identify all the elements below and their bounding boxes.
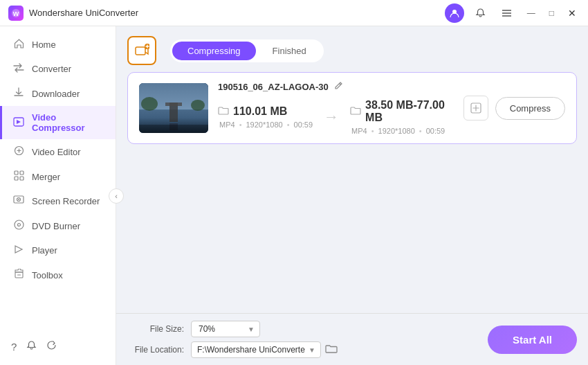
svg-rect-28	[139, 125, 208, 133]
sidebar-label-merger: Merger	[32, 172, 60, 182]
svg-text:W: W	[13, 10, 19, 17]
folder-open-icon[interactable]	[325, 344, 338, 357]
file-size-select-wrapper: 50% 60% 70% 80% 90% ▼	[191, 321, 260, 337]
dvd-burner-icon	[12, 220, 25, 232]
close-button[interactable]: ✕	[564, 6, 580, 20]
target-format: MP4	[351, 127, 367, 135]
user-icon[interactable]	[445, 3, 464, 23]
sidebar-item-player[interactable]: Player	[0, 238, 116, 262]
notification-footer-icon[interactable]	[26, 340, 37, 353]
file-location-value[interactable]: F:\Wondershare UniConverte	[191, 341, 321, 358]
start-all-button[interactable]: Start All	[488, 326, 577, 354]
target-folder-icon	[350, 106, 361, 117]
video-compressor-icon	[12, 117, 25, 129]
sidebar-item-video-editor[interactable]: Video Editor	[0, 139, 116, 164]
svg-rect-18	[136, 47, 145, 55]
svg-point-27	[191, 100, 205, 111]
file-size-select[interactable]: 50% 60% 70% 80% 90%	[191, 321, 260, 337]
sidebar-item-merger[interactable]: Merger	[0, 164, 116, 189]
bottom-bar: File Size: 50% 60% 70% 80% 90% ▼ File Lo…	[116, 313, 588, 365]
location-select-wrapper: F:\Wondershare UniConverte ▼	[191, 341, 321, 358]
file-size-row: File Size: 50% 60% 70% 80% 90% ▼	[127, 321, 338, 337]
original-size-value: 110.01 MB	[233, 105, 287, 118]
player-icon	[12, 244, 25, 256]
sidebar-item-video-compressor[interactable]: Video Compressor	[0, 106, 116, 139]
location-row: F:\Wondershare UniConverte ▼	[191, 341, 338, 358]
sidebar-label-home: Home	[32, 39, 56, 50]
file-edit-icon[interactable]	[334, 81, 343, 92]
file-sizes-row: 110.01 MB MP4 • 1920*1080 • 00:59 →	[218, 99, 454, 135]
content-area: Compressing Finished	[116, 26, 588, 365]
sidebar-label-downloader: Downloader	[32, 89, 80, 99]
menu-icon[interactable]	[497, 3, 517, 23]
sidebar-label-toolbox: Toolbox	[32, 270, 63, 281]
sidebar-label-player: Player	[32, 245, 57, 256]
svg-point-26	[141, 97, 158, 111]
sidebar-label-video-editor: Video Editor	[32, 147, 81, 157]
original-size-meta: MP4 • 1920*1080 • 00:59	[218, 121, 313, 129]
help-icon[interactable]: ?	[11, 341, 17, 353]
original-duration: 00:59	[294, 121, 313, 129]
toolbox-icon	[12, 269, 25, 281]
refresh-icon[interactable]	[46, 340, 57, 353]
titlebar: W Wondershare UniConverter — □	[0, 0, 588, 26]
minimize-button[interactable]: —	[524, 7, 539, 19]
original-folder-icon	[218, 106, 229, 117]
titlebar-left: W Wondershare UniConverter	[8, 6, 138, 21]
thumbnail-image	[139, 83, 208, 133]
sidebar: Home Converter Downloader	[0, 26, 116, 365]
file-name: 190516_06_AZ-LAGOA-30	[218, 82, 329, 92]
app-logo: W	[8, 6, 24, 21]
original-size-block: 110.01 MB MP4 • 1920*1080 • 00:59	[218, 105, 313, 129]
converter-icon	[12, 63, 25, 75]
sidebar-label-converter: Converter	[32, 64, 71, 74]
file-info: 190516_06_AZ-LAGOA-30	[218, 81, 454, 135]
compress-btn-area: Compress	[463, 96, 565, 121]
bell-icon[interactable]	[471, 3, 490, 23]
svg-rect-8	[15, 171, 18, 175]
tab-compressing[interactable]: Compressing	[172, 42, 256, 60]
target-size-meta: MP4 • 1920*1080 • 00:59	[350, 127, 454, 135]
app-title: Wondershare UniConverter	[29, 8, 138, 18]
file-location-row: File Location: F:\Wondershare UniConvert…	[127, 341, 338, 358]
sidebar-item-downloader[interactable]: Downloader	[0, 81, 116, 106]
tab-group: Compressing Finished	[170, 39, 324, 62]
svg-rect-11	[20, 177, 24, 180]
svg-rect-9	[20, 171, 24, 175]
sidebar-label-screen-recorder: Screen Recorder	[32, 196, 100, 206]
tab-finished[interactable]: Finished	[257, 42, 322, 60]
screen-recorder-icon	[12, 195, 25, 207]
target-size-main: 38.50 MB-77.00 MB	[350, 99, 454, 124]
file-list: 190516_06_AZ-LAGOA-30	[116, 72, 588, 313]
sidebar-item-screen-recorder[interactable]: Screen Recorder	[0, 189, 116, 213]
target-size-block: 38.50 MB-77.00 MB MP4 • 1920*1080 • 00:5…	[350, 99, 454, 135]
sidebar-item-converter[interactable]: Converter	[0, 57, 116, 81]
original-resolution: 1920*1080	[246, 121, 282, 129]
svg-rect-24	[165, 103, 182, 106]
titlebar-controls: — □ ✕	[445, 3, 580, 23]
compress-button[interactable]: Compress	[495, 97, 565, 120]
target-size-value: 38.50 MB-77.00 MB	[365, 99, 454, 124]
target-duration: 00:59	[426, 127, 445, 135]
file-location-label: File Location:	[127, 345, 184, 355]
sidebar-footer: ?	[0, 333, 116, 359]
bottom-fields: File Size: 50% 60% 70% 80% 90% ▼ File Lo…	[127, 321, 338, 358]
sidebar-item-toolbox[interactable]: Toolbox	[0, 262, 116, 287]
sidebar-item-dvd-burner[interactable]: DVD Burner	[0, 213, 116, 238]
file-size-label: File Size:	[127, 324, 184, 334]
maximize-button[interactable]: □	[546, 7, 558, 19]
add-file-button[interactable]	[127, 36, 156, 65]
svg-point-15	[15, 220, 24, 229]
file-action-icon[interactable]	[463, 96, 488, 121]
sidebar-collapse-button[interactable]: ‹	[109, 188, 124, 204]
sidebar-label-video-compressor: Video Compressor	[32, 112, 103, 133]
svg-rect-10	[15, 177, 18, 180]
video-editor-icon	[12, 145, 25, 158]
merger-icon	[12, 170, 25, 183]
file-thumbnail	[139, 83, 208, 133]
sidebar-item-home[interactable]: Home	[0, 32, 116, 57]
top-tabs-row: Compressing Finished	[116, 26, 588, 72]
downloader-icon	[12, 87, 25, 100]
target-resolution: 1920*1080	[378, 127, 415, 135]
svg-point-16	[17, 224, 20, 226]
